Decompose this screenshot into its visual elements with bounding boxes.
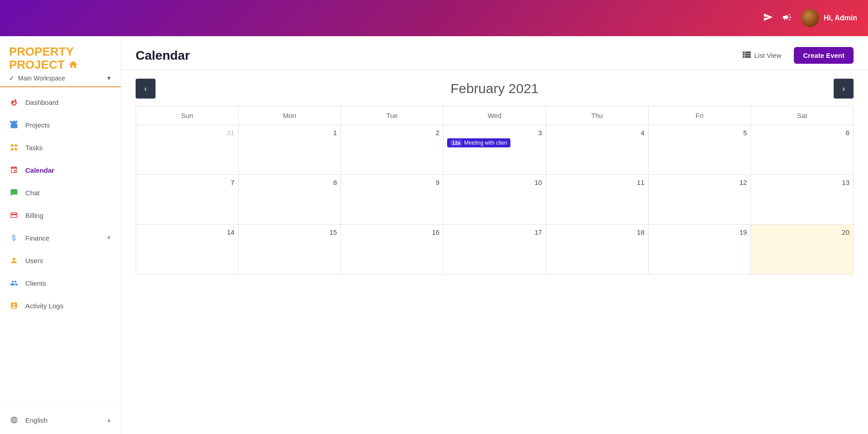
clients-label: Clients [25, 279, 46, 287]
calendar-cell[interactable]: 31 [136, 125, 239, 175]
calendar-cell[interactable]: 11 [546, 175, 648, 225]
next-month-button[interactable]: › [834, 79, 854, 99]
prev-arrow-icon: ‹ [144, 84, 147, 94]
calendar-cell[interactable]: 7 [136, 175, 239, 225]
tasks-icon [9, 142, 19, 152]
dashboard-label: Dashboard [25, 99, 58, 106]
finance-label: Finance [25, 234, 49, 242]
list-view-icon [743, 52, 751, 59]
calendar-icon [9, 165, 19, 175]
billing-icon [9, 210, 19, 220]
day-number: 4 [550, 129, 645, 137]
sidebar-item-finance[interactable]: Finance ▼ [0, 226, 121, 249]
sidebar-item-billing[interactable]: Billing [0, 204, 121, 226]
tasks-label: Tasks [25, 144, 42, 151]
day-number: 1 [242, 129, 337, 137]
sidebar-item-clients[interactable]: Clients [0, 272, 121, 294]
sidebar: PROPERTY PROJECT ✓ Main Workspace ▼ [0, 36, 121, 434]
calendar-cell[interactable]: 20 [751, 225, 854, 274]
workspace-row[interactable]: ✓ Main Workspace ▼ [9, 71, 112, 82]
calendar-cell[interactable]: 6 [751, 125, 854, 175]
calendar-cell[interactable]: 15 [238, 225, 341, 274]
calendar-cell[interactable]: 5 [648, 125, 751, 175]
calendar-body: ‹ February 2021 › SunMonTueWedThuFriSat … [121, 70, 868, 434]
calendar-cell[interactable]: 9 [341, 175, 443, 225]
language-icon [9, 415, 19, 425]
main-layout: PROPERTY PROJECT ✓ Main Workspace ▼ [0, 36, 868, 434]
sidebar-item-users[interactable]: Users [0, 249, 121, 272]
day-header: Sun [136, 106, 239, 125]
sidebar-item-language[interactable]: English ▲ [9, 410, 112, 429]
header-right: Hi, Admin [763, 9, 857, 27]
day-number: 16 [344, 228, 439, 236]
day-number: 14 [140, 228, 235, 236]
finance-arrow-icon: ▼ [106, 235, 112, 241]
sidebar-item-activity-logs[interactable]: Activity Logs [0, 294, 121, 317]
avatar [801, 9, 819, 27]
day-number: 7 [140, 179, 235, 186]
calendar-cell[interactable]: 19 [648, 225, 751, 274]
megaphone-icon[interactable] [782, 12, 792, 24]
calendar-nav: ‹ February 2021 › [136, 79, 854, 99]
event-time: 12a [450, 140, 462, 146]
activity-icon [9, 301, 19, 311]
day-header: Fri [648, 106, 751, 125]
calendar-cell[interactable]: 14 [136, 225, 239, 274]
calendar-cell[interactable]: 13 [751, 175, 854, 225]
next-arrow-icon: › [842, 84, 845, 94]
sidebar-item-tasks[interactable]: Tasks [0, 136, 121, 159]
calendar-cell[interactable]: 16 [341, 225, 443, 274]
user-info[interactable]: Hi, Admin [801, 9, 857, 27]
svg-rect-1 [15, 144, 17, 146]
calendar-cell[interactable]: 1 [238, 125, 341, 175]
clients-icon [9, 278, 19, 288]
create-event-button[interactable]: Create Event [794, 47, 854, 64]
day-number: 17 [447, 228, 542, 236]
sidebar-item-chat[interactable]: Chat [0, 181, 121, 204]
event-pill[interactable]: 12aMeeting with clien [447, 138, 510, 147]
day-number: 2 [344, 129, 439, 137]
list-view-button[interactable]: List View [737, 48, 787, 63]
calendar-cell[interactable]: 12 [648, 175, 751, 225]
projects-label: Projects [25, 121, 50, 129]
activity-logs-label: Activity Logs [25, 302, 63, 310]
svg-rect-2 [11, 148, 13, 151]
workspace-dropdown-icon: ▼ [106, 75, 112, 81]
day-number: 12 [652, 179, 747, 186]
day-number: 20 [755, 228, 849, 236]
calendar-cell[interactable]: 18 [546, 225, 648, 274]
flame-icon [9, 97, 19, 107]
sidebar-item-calendar[interactable]: Calendar [0, 159, 121, 181]
send-icon[interactable] [763, 12, 773, 24]
calendar-cell[interactable]: 312aMeeting with clien [443, 125, 546, 175]
day-number: 31 [140, 129, 235, 137]
calendar-cell[interactable]: 10 [443, 175, 546, 225]
day-number: 11 [550, 179, 645, 186]
sidebar-item-dashboard[interactable]: Dashboard [0, 91, 121, 113]
day-number: 10 [447, 179, 542, 186]
day-header: Wed [443, 106, 546, 125]
calendar-cell[interactable]: 17 [443, 225, 546, 274]
day-number: 18 [550, 228, 645, 236]
calendar-cell[interactable]: 4 [546, 125, 648, 175]
users-label: Users [25, 257, 43, 264]
calendar-cell[interactable]: 8 [238, 175, 341, 225]
billing-label: Billing [25, 212, 43, 219]
svg-rect-3 [15, 148, 17, 151]
calendar-cell[interactable]: 2 [341, 125, 443, 175]
chat-label: Chat [25, 189, 40, 197]
day-number: 6 [755, 129, 849, 137]
prev-month-button[interactable]: ‹ [136, 79, 156, 99]
day-number: 13 [755, 179, 849, 186]
day-header: Tue [341, 106, 443, 125]
day-number: 8 [242, 179, 337, 186]
day-number: 15 [242, 228, 337, 236]
calendar-grid: SunMonTueWedThuFriSat 3112312aMeeting wi… [136, 106, 854, 274]
sidebar-bottom: English ▲ [0, 406, 121, 434]
sidebar-item-projects[interactable]: Projects [0, 113, 121, 136]
header-actions: List View Create Event [737, 47, 854, 64]
calendar-header: Calendar List View Create Event [121, 36, 868, 70]
day-number: 3 [447, 129, 542, 137]
logo-text: PROPERTY PROJECT [9, 45, 112, 71]
chat-icon [9, 188, 19, 198]
